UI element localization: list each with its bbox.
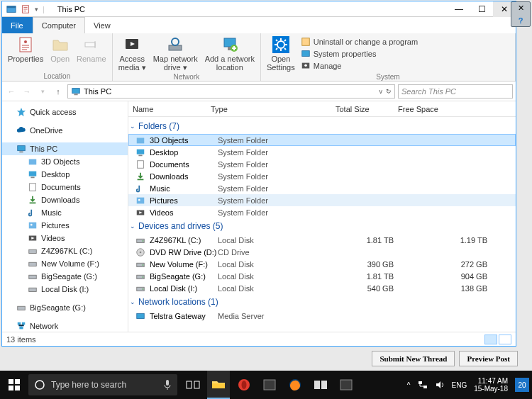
tb-app3-icon[interactable]: [335, 371, 358, 399]
mic-icon[interactable]: [163, 379, 172, 390]
preview-post-button[interactable]: Preview Post: [459, 351, 518, 366]
group-netloc[interactable]: ⌄Network locations (1): [128, 294, 516, 310]
tb-opera-icon[interactable]: [233, 371, 255, 399]
tb-firefox-icon[interactable]: [284, 371, 306, 399]
tb-app2-icon[interactable]: [309, 371, 332, 399]
nav-onedrive[interactable]: OneDrive: [2, 124, 128, 137]
list-item[interactable]: PicturesSystem Folder: [128, 194, 516, 206]
add-network-location-button[interactable]: Add a network location: [202, 35, 257, 73]
tb-app1-icon[interactable]: [258, 371, 281, 399]
address-bar[interactable]: This PC v ↻: [67, 84, 395, 99]
tb-explorer-icon[interactable]: [207, 371, 230, 399]
tab-view[interactable]: View: [85, 17, 120, 33]
system-tray[interactable]: ^ ENG 11:47 AM 15-May-18 20: [404, 377, 532, 393]
svg-point-52: [143, 240, 144, 242]
nav-child[interactable]: 3D Objects: [2, 155, 128, 168]
content-pane: Name Type Total Size Free Space ⌄Folders…: [128, 101, 516, 332]
nav-child[interactable]: Documents: [2, 181, 128, 193]
qat-dropdown-icon[interactable]: ▾: [35, 6, 38, 13]
list-item[interactable]: New Volume (F:)Local Disk390 GB272 GB: [128, 258, 516, 270]
nav-child[interactable]: Music: [2, 206, 128, 219]
maximize-button[interactable]: ☐: [470, 1, 493, 17]
task-view-button[interactable]: [182, 371, 204, 399]
nav-network[interactable]: Network: [2, 320, 128, 332]
properties-button[interactable]: Properties: [5, 35, 46, 64]
close-icon[interactable]: ✕: [518, 4, 524, 13]
list-item[interactable]: Z4Z967KL (C:)Local Disk1.81 TB1.19 TB: [128, 234, 516, 246]
nav-child[interactable]: New Volume (F:): [2, 257, 128, 270]
nav-back-button[interactable]: ←: [5, 85, 18, 98]
minimize-button[interactable]: —: [448, 1, 470, 17]
nav-child[interactable]: Downloads: [2, 193, 128, 206]
list-item[interactable]: VideosSystem Folder: [128, 206, 516, 218]
details-view-button[interactable]: [484, 335, 497, 344]
tray-chevron-icon[interactable]: ^: [407, 381, 411, 389]
list-item[interactable]: BigSeagate (G:)Local Disk1.81 TB904 GB: [128, 270, 516, 282]
nav-forward-button[interactable]: →: [21, 85, 33, 98]
nav-this-pc[interactable]: This PC: [2, 142, 128, 155]
item-list[interactable]: ⌄Folders (7) 3D ObjectsSystem FolderDesk…: [128, 117, 516, 332]
item-icon: [135, 135, 145, 145]
svg-point-48: [138, 198, 140, 201]
list-item[interactable]: Telstra GatewayMedia Server: [128, 310, 516, 322]
list-item[interactable]: DocumentsSystem Folder: [128, 158, 516, 170]
nav-recent-button[interactable]: ▾: [36, 85, 49, 98]
media-icon: [123, 36, 140, 53]
svg-rect-62: [9, 379, 13, 384]
overlay-widget[interactable]: ✕ ?: [511, 1, 531, 27]
start-button[interactable]: [0, 371, 28, 399]
help-icon[interactable]: ?: [519, 16, 523, 25]
list-item[interactable]: Local Disk (I:)Local Disk540 GB138 GB: [128, 282, 516, 294]
svg-rect-70: [212, 383, 225, 388]
col-total[interactable]: Total Size: [331, 105, 394, 113]
access-media-button[interactable]: Access media ▾: [116, 35, 149, 73]
tab-file[interactable]: File: [2, 17, 33, 33]
network-tray-icon[interactable]: [418, 380, 428, 390]
map-drive-button[interactable]: Map network drive ▾: [150, 35, 201, 73]
svg-point-4: [24, 40, 27, 43]
tiles-view-button[interactable]: [499, 335, 511, 344]
nav-bigseagate[interactable]: BigSeagate (G:): [2, 301, 128, 314]
taskbar-search[interactable]: Type here to search: [28, 374, 177, 395]
notification-badge[interactable]: 20: [515, 378, 529, 392]
open-button: Open: [48, 35, 72, 64]
uninstall-button[interactable]: Uninstall or change a program: [299, 36, 419, 47]
search-input[interactable]: Search This PC: [398, 84, 513, 99]
nav-up-button[interactable]: ↑: [52, 85, 65, 98]
nav-child[interactable]: Local Disk (I:): [2, 283, 128, 296]
group-folders[interactable]: ⌄Folders (7): [128, 118, 516, 134]
manage-button[interactable]: Manage: [299, 60, 419, 72]
svg-rect-5: [85, 43, 95, 47]
list-item[interactable]: DownloadsSystem Folder: [128, 170, 516, 182]
svg-point-72: [242, 381, 247, 389]
col-type[interactable]: Type: [206, 105, 331, 113]
list-item[interactable]: DesktopSystem Folder: [128, 146, 516, 158]
system-properties-button[interactable]: System properties: [299, 48, 419, 60]
nav-child[interactable]: Desktop: [2, 168, 128, 181]
list-item[interactable]: MusicSystem Folder: [128, 182, 516, 194]
group-drives[interactable]: ⌄Devices and drives (5): [128, 218, 516, 234]
col-free[interactable]: Free Space: [394, 105, 516, 113]
navigation-pane[interactable]: Quick access OneDrive This PC 3D Objects…: [2, 101, 128, 332]
open-settings-button[interactable]: Open Settings: [264, 35, 298, 73]
nav-quick-access[interactable]: Quick access: [2, 106, 128, 118]
item-icon: [135, 271, 145, 281]
column-headers[interactable]: Name Type Total Size Free Space: [128, 101, 516, 117]
col-name[interactable]: Name: [128, 105, 206, 113]
submit-thread-button[interactable]: Submit New Thread: [372, 351, 455, 366]
addr-dropdown-icon[interactable]: v ↻: [379, 88, 392, 95]
taskbar[interactable]: Type here to search ^ ENG 11:47 AM 15-Ma…: [0, 371, 532, 399]
nav-child[interactable]: Pictures: [2, 219, 128, 232]
svg-rect-34: [29, 262, 37, 266]
nav-child[interactable]: Videos: [2, 232, 128, 245]
clock[interactable]: 11:47 AM 15-May-18: [474, 377, 508, 393]
language-indicator[interactable]: ENG: [452, 381, 467, 389]
nav-child[interactable]: Z4Z967KL (C:): [2, 245, 128, 257]
qat-properties-icon[interactable]: [21, 4, 31, 14]
nav-child[interactable]: BigSeagate (G:): [2, 270, 128, 283]
list-item[interactable]: 3D ObjectsSystem Folder: [128, 134, 516, 146]
list-item[interactable]: DVD RW Drive (D:)CD Drive: [128, 246, 516, 258]
breadcrumb[interactable]: This PC: [84, 87, 111, 96]
volume-tray-icon[interactable]: [435, 380, 445, 390]
tab-computer[interactable]: Computer: [33, 17, 85, 33]
